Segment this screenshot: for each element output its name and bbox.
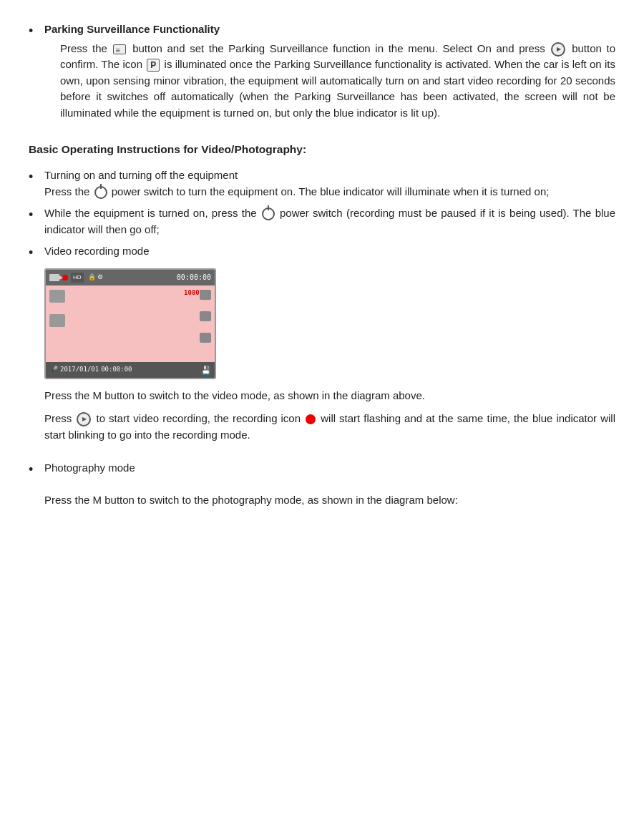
screen-right-icon-1 xyxy=(200,290,211,300)
confirm-button-icon xyxy=(551,42,565,57)
screen-icon-group: 🔒 ⚙ xyxy=(88,273,104,283)
screen-date: 2017/01/01 xyxy=(60,365,99,375)
screen-hd-badge: HD xyxy=(71,273,84,283)
confirm-icon-inline xyxy=(77,412,91,426)
photography-mode-text: Press the M button to switch to the phot… xyxy=(44,492,615,509)
power-icon-2 xyxy=(262,208,275,220)
screen-top-bar-left: HD 🔒 ⚙ xyxy=(49,273,177,283)
video-mode-screen: HD 🔒 ⚙ 00:00:00 1080FHD 🎤 xyxy=(44,268,216,379)
bullet-dot-4: • xyxy=(29,460,44,479)
basic-instructions-heading: Basic Operating Instructions for Video/P… xyxy=(29,141,615,157)
screen-time2: 00:00:00 xyxy=(101,365,132,375)
record-dot-inline xyxy=(306,414,316,424)
menu-button-icon xyxy=(113,44,126,54)
screen-time-display: 00:00:00 xyxy=(177,272,211,283)
bullet-dot-parking: • xyxy=(29,21,44,41)
video-mode-label: Video recording mode xyxy=(44,245,149,257)
photography-mode-bullet: • Photography mode Press the M button to… xyxy=(29,460,615,516)
screen-right-icons xyxy=(200,290,211,343)
video-mode-para1: Press the M button to switch to the vide… xyxy=(44,388,615,404)
screen-mic-symbol: 🎤 xyxy=(49,364,58,375)
screen-top-bar: HD 🔒 ⚙ 00:00:00 xyxy=(46,270,215,285)
video-mode-text1: Press the M button to switch to the vide… xyxy=(44,389,425,401)
video-mode-para2: Press to start video recording, the reco… xyxy=(44,411,615,443)
video-mode-content: Video recording mode HD 🔒 ⚙ 00:00:00 108… xyxy=(44,243,615,450)
screen-left-icon-1 xyxy=(49,290,65,303)
parking-bullet: • Parking Surveillance Functionality Pre… xyxy=(29,21,615,128)
parking-para: Press the button and set the Parking Sur… xyxy=(60,41,615,122)
power-icon-1 xyxy=(94,186,107,199)
photography-mode-label: Photography mode xyxy=(44,462,135,474)
parking-paragraph: Press the button and set the Parking Sur… xyxy=(60,41,615,122)
video-mode-bullet: • Video recording mode HD 🔒 ⚙ 00:00:00 1… xyxy=(29,243,615,450)
screen-video-icon xyxy=(49,274,59,281)
bullet-dot-3: • xyxy=(29,243,44,263)
turning-on-detail: Press the power switch to turn the equip… xyxy=(44,185,549,197)
screen-right-icon-3 xyxy=(200,333,211,343)
turning-on-label: Turning on and turning off the equipment xyxy=(44,169,238,181)
screen-bottom-bar: 🎤 2017/01/01 00:00:00 💾 xyxy=(46,362,215,378)
bullet-dot-1: • xyxy=(29,167,44,187)
parking-p-icon: P xyxy=(147,59,160,72)
screen-rec-dot xyxy=(62,275,68,280)
screen-left-icon-2 xyxy=(49,314,65,327)
parking-heading: Parking Surveillance Functionality xyxy=(44,23,220,35)
screen-right-icon-2 xyxy=(200,311,211,321)
turn-off-content: While the equipment is turned on, press … xyxy=(44,205,615,238)
bullet-dot-2: • xyxy=(29,205,44,225)
photography-mode-content: Photography mode Press the M button to s… xyxy=(44,460,615,516)
screen-bottom-left: 🎤 2017/01/01 00:00:00 xyxy=(49,364,132,375)
turning-on-bullet: • Turning on and turning off the equipme… xyxy=(29,167,615,200)
screen-left-icons xyxy=(49,290,65,327)
turn-off-bullet: • While the equipment is turned on, pres… xyxy=(29,205,615,238)
screen-bottom-right: 💾 xyxy=(201,364,211,376)
turning-on-content: Turning on and turning off the equipment… xyxy=(44,167,615,200)
screen-sd-icon: 💾 xyxy=(201,364,211,376)
parking-content: Parking Surveillance Functionality Press… xyxy=(44,21,615,128)
